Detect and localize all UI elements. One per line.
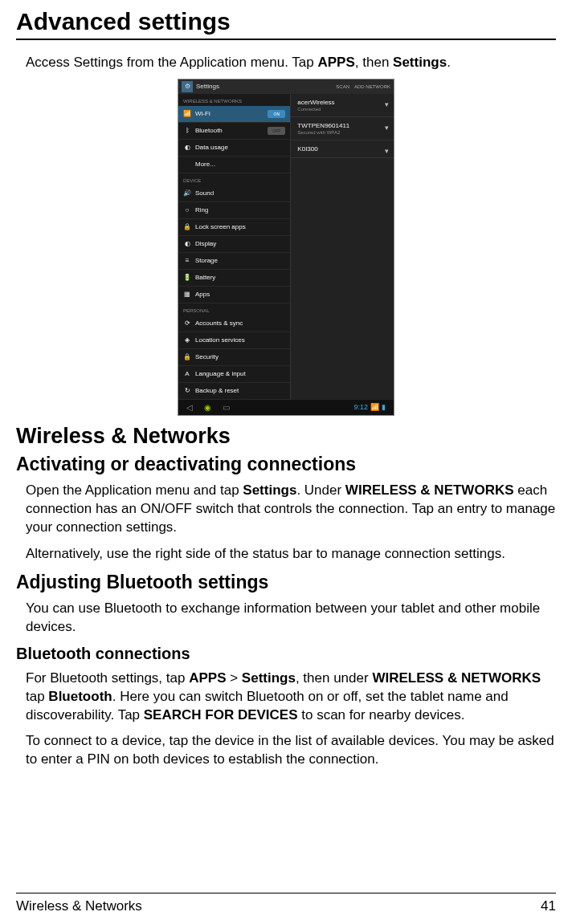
apps-icon: ▦ (183, 291, 191, 299)
label: Data usage (195, 144, 228, 151)
network-list: acerWireless Connected ▾ TWTPEN9601411 S… (290, 94, 394, 400)
text-bold: SEARCH FOR DEVICES (144, 707, 298, 723)
settings-sidebar: WIRELESS & NETWORKS 📶 Wi-Fi ON ᛒ Bluetoo… (178, 94, 290, 400)
text: For Bluetooth settings, tap (26, 670, 189, 686)
paragraph: Open the Application menu and tap Settin… (26, 482, 556, 537)
nav-bar: ◁ ◉ ▭ 9:12 📶 ▮ (178, 400, 394, 415)
network-name: TWTPEN9601411 (297, 122, 387, 129)
home-icon[interactable]: ◉ (204, 403, 211, 412)
wifi-signal-lock-icon: ▾ (385, 124, 389, 132)
security-icon: 🔒 (183, 353, 191, 361)
footer-section: Wireless & Networks (16, 898, 142, 914)
text-bold: WIRELESS & NETWORKS (372, 670, 541, 686)
wifi-toggle[interactable]: ON (268, 110, 285, 118)
text-bold: APPS (189, 670, 226, 686)
network-status: Connected (297, 107, 387, 112)
text: . (447, 55, 451, 70)
language-icon: A (183, 370, 191, 378)
text-bold: Bluetooth (48, 689, 112, 704)
sidebar-item-language[interactable]: ALanguage & input (178, 366, 290, 383)
sidebar-item-storage[interactable]: ≡Storage (178, 253, 290, 270)
network-status: Secured with WPA2 (297, 130, 387, 135)
section-label: PERSONAL (178, 303, 290, 315)
scan-button[interactable]: SCAN (336, 84, 349, 89)
sound-icon: 🔊 (183, 189, 191, 197)
wifi-icon: 📶 (183, 110, 191, 118)
storage-icon: ≡ (183, 257, 191, 265)
sidebar-item-accounts[interactable]: ⟳Accounts & sync (178, 315, 290, 332)
text: . Under (296, 482, 345, 498)
bluetooth-toggle[interactable]: OFF (268, 127, 285, 135)
wifi-status-icon: 📶 (370, 403, 379, 411)
text-bold: APPS (318, 55, 355, 70)
back-icon[interactable]: ◁ (186, 403, 193, 412)
network-item[interactable]: TWTPEN9601411 Secured with WPA2 ▾ (291, 117, 394, 140)
label: Ring (195, 206, 208, 214)
text-bold: WIRELESS & NETWORKS (345, 482, 514, 498)
subsection-heading: Activating or deactivating connections (16, 454, 556, 475)
wifi-signal-icon: ▾ (385, 147, 389, 155)
label: Bluetooth (195, 127, 223, 134)
subsubsection-heading: Bluetooth connections (16, 645, 556, 663)
network-item[interactable]: K0I300 ▾ (291, 140, 394, 158)
text: , then (355, 55, 393, 70)
section-label: DEVICE (178, 173, 290, 185)
battery-icon: 🔋 (183, 274, 191, 282)
network-name: acerWireless (297, 99, 387, 106)
blank-icon (183, 161, 191, 169)
sync-icon: ⟳ (183, 320, 191, 328)
sidebar-item-wifi[interactable]: 📶 Wi-Fi ON (178, 106, 290, 123)
recent-icon[interactable]: ▭ (223, 403, 230, 412)
text-bold: Settings (243, 482, 296, 498)
section-label: WIRELESS & NETWORKS (178, 94, 290, 106)
label: Sound (195, 189, 214, 197)
app-topbar: ⚙ Settings SCAN ADD NETWORK (178, 79, 394, 94)
settings-screenshot: ⚙ Settings SCAN ADD NETWORK WIRELESS & N… (178, 79, 394, 416)
sidebar-item-display[interactable]: ◐Display (178, 236, 290, 253)
clock: 9:12 (353, 403, 368, 411)
label: Battery (195, 274, 215, 281)
settings-icon: ⚙ (182, 81, 193, 92)
wifi-signal-icon: ▾ (385, 100, 389, 108)
backup-icon: ↻ (183, 387, 191, 395)
sidebar-item-battery[interactable]: 🔋Battery (178, 270, 290, 287)
label: Storage (195, 257, 218, 264)
sidebar-item-location[interactable]: ◈Location services (178, 332, 290, 349)
data-icon: ◐ (183, 144, 191, 152)
page-title: Advanced settings (16, 8, 556, 40)
label: Apps (195, 291, 210, 298)
sidebar-item-bluetooth[interactable]: ᛒ Bluetooth OFF (178, 123, 290, 140)
page-number: 41 (541, 898, 556, 914)
text: > (226, 670, 241, 686)
sidebar-item-ring[interactable]: ○Ring (178, 202, 290, 219)
label: Language & input (195, 370, 246, 377)
paragraph: You can use Bluetooth to exchange inform… (26, 600, 556, 637)
text-bold: Settings (393, 55, 447, 70)
paragraph: To connect to a device, tap the device i… (26, 732, 556, 769)
paragraph: Alternatively, use the right side of the… (26, 545, 556, 564)
lock-icon: 🔒 (183, 223, 191, 231)
bluetooth-icon: ᛒ (183, 127, 191, 135)
app-title: Settings (196, 83, 219, 90)
network-item[interactable]: acerWireless Connected ▾ (291, 94, 394, 117)
display-icon: ◐ (183, 240, 191, 248)
sidebar-item-sound[interactable]: 🔊Sound (178, 185, 290, 202)
label: Backup & reset (195, 387, 239, 394)
text: Open the Application menu and tap (26, 482, 243, 498)
text: Access Settings from the Application men… (26, 55, 318, 70)
page-footer: Wireless & Networks 41 (16, 893, 556, 914)
sidebar-item-security[interactable]: 🔒Security (178, 349, 290, 366)
sidebar-item-more[interactable]: More... (178, 157, 290, 173)
location-icon: ◈ (183, 336, 191, 344)
sidebar-item-lock[interactable]: 🔒Lock screen apps (178, 219, 290, 236)
network-name: K0I300 (297, 145, 387, 153)
label: More... (195, 161, 215, 168)
text: to scan for nearby devices. (298, 707, 465, 723)
ring-icon: ○ (183, 206, 191, 214)
text: tap (26, 689, 48, 704)
sidebar-item-data[interactable]: ◐ Data usage (178, 140, 290, 157)
paragraph: For Bluetooth settings, tap APPS > Setti… (26, 670, 556, 725)
sidebar-item-backup[interactable]: ↻Backup & reset (178, 383, 290, 400)
sidebar-item-apps[interactable]: ▦Apps (178, 287, 290, 303)
add-network-button[interactable]: ADD NETWORK (354, 84, 390, 89)
